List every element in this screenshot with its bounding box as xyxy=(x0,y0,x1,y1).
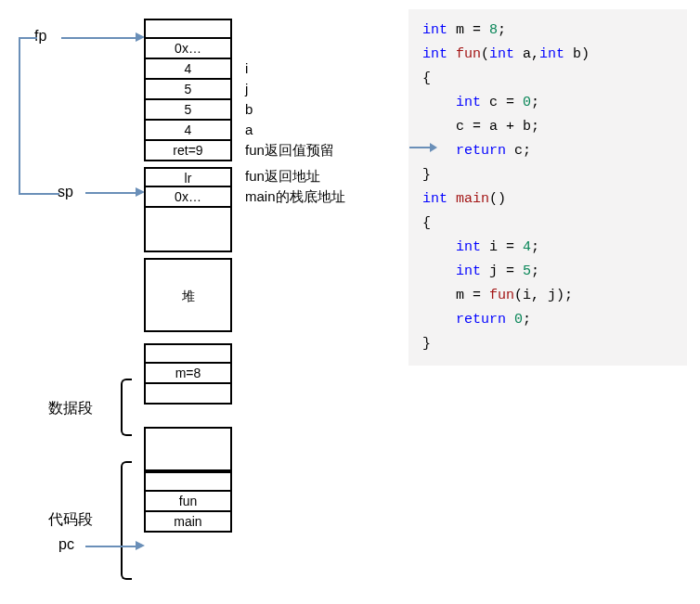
code-l9: { xyxy=(422,212,682,236)
code-l13: return 0; xyxy=(422,308,682,332)
code-cell-gap xyxy=(144,427,232,471)
stack-cell-top xyxy=(144,19,232,39)
stack-cell-sp: 0x… xyxy=(144,187,232,208)
data-seg-brace xyxy=(121,379,132,436)
data-cell-empty1 xyxy=(144,343,232,364)
code-l8: int main() xyxy=(422,187,682,212)
pc-arrow xyxy=(85,546,136,547)
code-l4: int c = 0; xyxy=(422,91,682,115)
code-cell-empty xyxy=(144,471,232,492)
anno-ret: fun返回值预留 xyxy=(240,141,388,161)
anno-i: i xyxy=(240,59,388,80)
anno-b: b xyxy=(240,100,388,121)
code-l14: } xyxy=(422,332,682,356)
data-cell-m: m=8 xyxy=(144,364,232,384)
anno-sp: main的栈底地址 xyxy=(240,187,388,208)
pc-label: pc xyxy=(58,536,74,553)
data-cell-empty2 xyxy=(144,384,232,405)
fp-sp-link-t xyxy=(19,37,37,39)
fp-label: fp xyxy=(34,28,46,45)
stack-cell-b: 5 xyxy=(144,100,232,121)
stack-cell-0: 0x… xyxy=(144,39,232,59)
anno-j: j xyxy=(240,80,388,100)
anno-a: a xyxy=(240,121,388,141)
anno-lr: fun返回地址 xyxy=(240,167,388,187)
code-l5: c = a + b; xyxy=(422,115,682,139)
stack-cell-gap1 xyxy=(144,208,232,252)
stack-column: 0x… 4 5 5 4 ret=9 lr 0x… 堆 m=8 fun main xyxy=(144,19,232,533)
code-l2: int fun(int a,int b) xyxy=(422,43,682,67)
code-l1: int m = 8; xyxy=(422,19,682,43)
code-seg-label: 代码段 xyxy=(48,510,93,530)
data-seg-label: 数据段 xyxy=(48,399,93,418)
memory-diagram: fp sp 数据段 代码段 pc 0x… 4 5 5 4 ret=9 lr 0x… xyxy=(9,9,399,594)
sp-label: sp xyxy=(58,184,73,200)
code-block: int m = 8; int fun(int a,int b) { int c … xyxy=(408,9,687,366)
stack-cell-lr: lr xyxy=(144,167,232,187)
code-cell-fun: fun xyxy=(144,492,232,512)
stack-cell-ret: ret=9 xyxy=(144,141,232,161)
fp-arrow xyxy=(61,37,136,39)
code-l6: return c; xyxy=(422,139,682,163)
code-l12: m = fun(i, j); xyxy=(422,284,682,308)
code-l10: int i = 4; xyxy=(422,236,682,260)
code-l7: } xyxy=(422,163,682,187)
code-cell-main: main xyxy=(144,512,232,533)
code-seg-brace xyxy=(121,461,132,580)
stack-cell-j: 5 xyxy=(144,80,232,100)
stack-cell-a: 4 xyxy=(144,121,232,141)
stack-cell-i: 4 xyxy=(144,59,232,80)
sp-arrow xyxy=(85,192,136,194)
code-l11: int j = 5; xyxy=(422,260,682,284)
fp-sp-link-b xyxy=(19,193,59,195)
return-arrow xyxy=(409,147,430,148)
heap-cell: 堆 xyxy=(144,258,232,332)
fp-sp-link-v xyxy=(19,37,20,195)
code-l3: { xyxy=(422,67,682,91)
pc-arrow-head xyxy=(136,541,145,550)
anno-column: i j b a fun返回值预留 fun返回地址 main的栈底地址 xyxy=(240,19,388,208)
